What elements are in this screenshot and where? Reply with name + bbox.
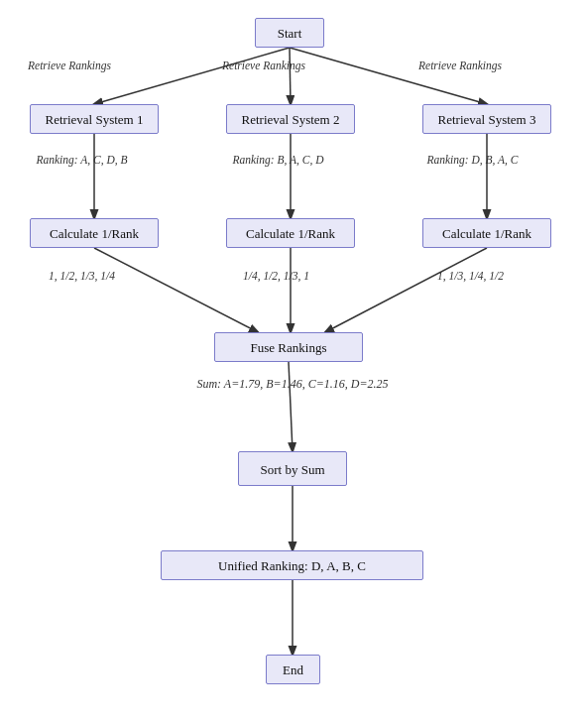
scores-label-3: 1, 1/3, 1/4, 1/2 bbox=[399, 270, 542, 282]
ranking-label-3: Ranking: D, B, A, C bbox=[401, 154, 544, 166]
scores-label-2: 1/4, 1/2, 1/3, 1 bbox=[204, 270, 348, 282]
diagram-container: Start Retrieve Rankings Retrieve Ranking… bbox=[0, 0, 588, 721]
svg-line-9 bbox=[289, 362, 293, 451]
svg-line-1 bbox=[290, 48, 291, 104]
sort-by-sum-node: Sort by Sum bbox=[238, 451, 347, 486]
retrieve-rankings-label-3: Retrieve Rankings bbox=[401, 60, 520, 71]
calculate-rank-3-node: Calculate 1/Rank bbox=[422, 218, 551, 248]
calculate-rank-2-node: Calculate 1/Rank bbox=[226, 218, 355, 248]
retrieve-rankings-label-1: Retrieve Rankings bbox=[10, 60, 129, 71]
end-node: End bbox=[266, 655, 320, 684]
unified-ranking-node: Unified Ranking: D, A, B, C bbox=[161, 550, 423, 580]
retrieval-system-2-node: Retrieval System 2 bbox=[226, 104, 355, 134]
sum-label: Sum: A=1.79, B=1.46, C=1.16, D=2.25 bbox=[114, 377, 471, 392]
svg-line-0 bbox=[94, 48, 290, 104]
retrieval-system-1-node: Retrieval System 1 bbox=[30, 104, 159, 134]
svg-line-8 bbox=[325, 248, 487, 332]
fuse-rankings-node: Fuse Rankings bbox=[214, 332, 363, 362]
retrieve-rankings-label-2: Retrieve Rankings bbox=[204, 60, 323, 71]
calculate-rank-1-node: Calculate 1/Rank bbox=[30, 218, 159, 248]
svg-line-2 bbox=[290, 48, 487, 104]
retrieval-system-3-node: Retrieval System 3 bbox=[422, 104, 551, 134]
ranking-label-1: Ranking: A, C, D, B bbox=[10, 154, 154, 166]
scores-label-1: 1, 1/2, 1/3, 1/4 bbox=[10, 270, 154, 282]
start-node: Start bbox=[255, 18, 324, 48]
svg-line-6 bbox=[94, 248, 258, 332]
ranking-label-2: Ranking: B, A, C, D bbox=[206, 154, 350, 166]
